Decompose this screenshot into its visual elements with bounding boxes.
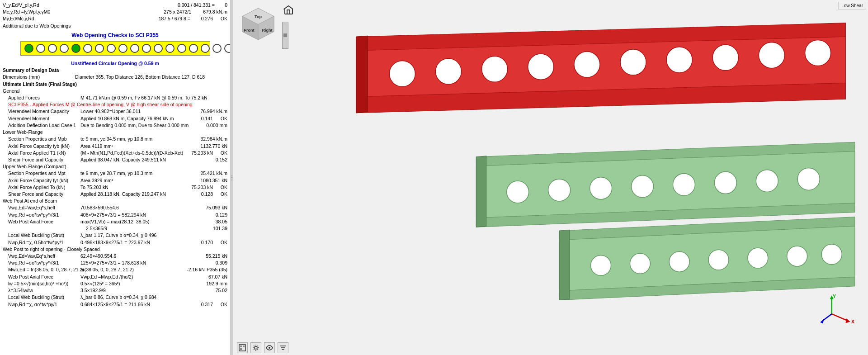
vyed-result: 0 <box>215 2 227 9</box>
vier-mom-ok: OK <box>215 115 227 122</box>
uls-title: Ultimate Limit State (Final Stage) <box>3 81 227 88</box>
svg-point-18 <box>712 45 738 71</box>
lambda-label: λ=3.54lw/tw <box>8 287 80 294</box>
upper-wf-label: Upper Web-Flange (Compact) <box>3 163 227 170</box>
vwp-rd2-label: Vwp,Rd =σo*tw*py*√3/1 <box>8 260 80 266</box>
opening-bar-container <box>3 41 227 56</box>
dimensions-label: Dimensions (mm) <box>3 74 75 80</box>
mwp-ed-label: Mwp,Ed = fn(38.05, 0, 0, 28.7, 21.2) <box>8 266 80 273</box>
sf2-value: Applied 28.118 kN, Capacity 219.247 kN <box>80 191 190 198</box>
my-ok: OK <box>215 15 227 22</box>
lambda-result: 75.02 <box>205 287 227 294</box>
af-t1-ok: OK <box>215 150 227 156</box>
svg-point-17 <box>666 47 692 73</box>
settings-icon[interactable] <box>250 342 261 353</box>
mc-label: Mc,y,Rd =fy,Wpl,y,γM0 <box>3 9 164 15</box>
svg-point-29 <box>673 174 695 196</box>
vwp-rd1-label: Vwp,Rd =σo*tw*py*√3/1 <box>8 212 80 218</box>
opening-indicator-6 <box>95 44 104 53</box>
svg-point-37 <box>591 255 611 275</box>
wpa2-val: 2.5×365/9 <box>86 225 205 232</box>
wpa2-result: 101.39 <box>205 225 227 232</box>
nwp-rd1-result: 0.170 <box>190 239 213 246</box>
mwp-ed-result: -2.16 kN <box>182 266 205 273</box>
mwp-ed-ok: P355 (35) <box>207 266 227 273</box>
vwp-ed1-result: 75.093 kN <box>205 204 227 211</box>
axis-indicator: Y X <box>820 293 854 324</box>
svg-point-15 <box>574 52 600 77</box>
svg-point-39 <box>669 251 689 272</box>
nav-cube[interactable]: Top Front Right <box>238 4 278 44</box>
dimensions-value: Diameter 365, Top Distance 126, Bottom D… <box>75 74 227 80</box>
svg-line-50 <box>822 314 831 321</box>
vier-mom-value: Applied 10.868 kN.m, Capacity 76.994 kN.… <box>80 115 190 122</box>
vyed-label: V_y,Ed/V_pl,y,Rd <box>3 2 178 9</box>
svg-text:Front: Front <box>244 28 255 33</box>
svg-point-40 <box>708 250 729 270</box>
lwb2-label: Local Web Buckling (Strut) <box>8 294 80 301</box>
opening-indicator-13 <box>177 44 186 53</box>
vwp-ed2-label: Vwp,Ed=Vav,Eq*s,heff <box>8 253 80 260</box>
svg-point-30 <box>714 172 736 194</box>
opening-indicator-3 <box>60 44 69 53</box>
af-to-ok: OK <box>215 184 227 191</box>
vwp-ed1-value: 70.583×590.554.6 <box>80 204 205 211</box>
render-icon[interactable] <box>237 342 248 353</box>
svg-marker-51 <box>820 319 824 323</box>
svg-point-41 <box>748 248 768 268</box>
scroll-bar[interactable] <box>282 22 288 49</box>
opening-indicator-1 <box>36 44 45 53</box>
nwp-rd2-result: 0.317 <box>190 301 213 308</box>
svg-point-42 <box>787 246 807 266</box>
svg-marker-48 <box>845 318 850 323</box>
svg-point-27 <box>590 177 612 199</box>
opening-indicator-12 <box>165 44 175 53</box>
nwp-rd2-ok: OK <box>215 301 227 308</box>
sf-value: Applied 38.047 kN, Capacity 249.511 kN <box>80 156 205 163</box>
svg-point-25 <box>507 181 529 203</box>
summary-title: Summary of Design Data <box>3 67 227 74</box>
sf-label: Shear Force and Capacity <box>8 156 80 163</box>
af-fyb-result: 1132.770 kN <box>200 143 227 150</box>
svg-point-28 <box>631 175 653 198</box>
opening-indicator-0 <box>24 44 33 53</box>
vier-mom-result: 0.141 <box>190 115 213 122</box>
wpa-value: max(V1,Vb) = max(28.12, 38.05) <box>80 218 205 225</box>
opening-bar <box>20 41 210 56</box>
lambda-value: 3.5×192.9/9 <box>80 287 205 294</box>
left-panel: V_y,Ed/V_pl,y,Rd 0.001 / 841.331 = 0 Mc,… <box>0 0 231 355</box>
wpa-label: Web Post Axial Force <box>8 218 80 225</box>
svg-point-13 <box>482 56 508 82</box>
sci-note: SCI P355 - Applied Forces M @ Centre-lin… <box>3 101 227 108</box>
opening-indicator-16 <box>212 44 222 53</box>
sf2-ok: OK <box>215 191 227 198</box>
af-t1-result: 75.203 kN <box>190 150 213 156</box>
af-fyb-value: Area 4119 mm² <box>80 143 200 150</box>
sec-mpt-result: 25.421 kN.m <box>200 170 227 177</box>
svg-marker-24 <box>476 156 486 227</box>
web-post-end-label: Web Post At end of Beam <box>3 198 227 204</box>
lw-label: lw =0.5×√(min(so,ho)² +ho²)) <box>8 280 80 287</box>
svg-line-47 <box>832 314 848 321</box>
unstiffened-title: Unstiffened Circular Opening @ 0.59 m <box>3 60 227 67</box>
right-panel: Low Shear Top Front Right <box>233 0 868 355</box>
home-button[interactable] <box>282 4 295 16</box>
nwp-rd1-ok: OK <box>215 239 227 246</box>
sec-mpt-label: Section Properties and Mpt <box>8 170 80 177</box>
filter-icon[interactable] <box>278 342 288 353</box>
nwp-rd1-label: Nwp,Rd =χ, 0.5ho*tw*py/1 <box>8 239 80 246</box>
view-icon[interactable] <box>264 342 275 353</box>
svg-point-14 <box>528 54 554 80</box>
wpa3-result: 67.07 kN <box>205 274 227 280</box>
wpa3-value: Vwp,Ed =Mwp,Ed /(ho/2) <box>80 274 205 280</box>
svg-marker-10 <box>356 36 368 113</box>
opening-indicator-2 <box>48 44 57 53</box>
sec-mpb-label: Section Properties and Mpb <box>8 136 80 142</box>
lwb2-value: λ_bar 0.86, Curve b α=0.34, χ 0.684 <box>80 294 227 301</box>
vwp-rd1-value: 408×9×275×√3/1 = 582.294 kN <box>80 212 205 218</box>
vyed-val: 0.001 / 841.331 = <box>178 2 215 9</box>
af-to-label: Axial Force Applied To (kN) <box>8 184 80 191</box>
mc-val: 275 x 2472/1 <box>164 9 191 15</box>
vwp-ed2-result: 55.215 kN <box>205 253 227 260</box>
wpa2-value <box>14 225 86 232</box>
